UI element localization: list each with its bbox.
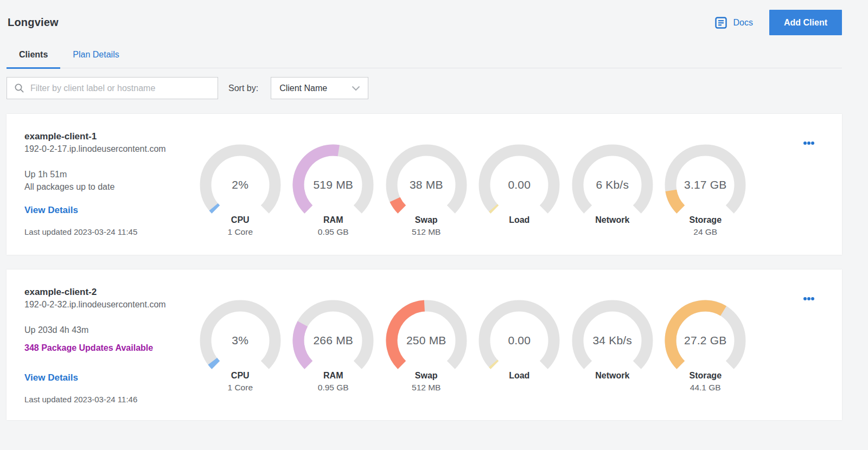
gauge-sublabel: 0.95 GB: [318, 383, 349, 393]
search-icon: [7, 83, 29, 93]
gauge-value: 2%: [200, 144, 281, 226]
client-card: example-client-1 192-0-2-17.ip.linodeuse…: [7, 114, 842, 255]
client-packages-status: All packages up to date: [24, 181, 194, 193]
search-input[interactable]: [29, 78, 218, 99]
gauge-ring: 0.00: [478, 300, 560, 381]
sort-select[interactable]: Client Name: [271, 77, 368, 99]
tab-bar: Clients Plan Details: [7, 50, 842, 68]
header-actions: Docs Add Client: [714, 10, 842, 35]
client-uptime: Up 1h 51m: [24, 168, 194, 181]
chevron-down-icon: [352, 86, 360, 91]
gauge-load: 0.00 Load: [473, 144, 566, 239]
search-box: [7, 77, 218, 99]
client-hostname: 192-0-2-32.ip.linodeusercontent.com: [24, 298, 194, 311]
client-name: example-client-1: [24, 130, 194, 143]
client-list: example-client-1 192-0-2-17.ip.linodeuse…: [7, 114, 842, 420]
gauge-load: 0.00 Load: [473, 300, 566, 404]
client-actions-menu-button[interactable]: [801, 139, 817, 147]
gauge-sublabel: 44.1 GB: [690, 383, 721, 393]
gauge-swap: 38 MB Swap 512 MB: [380, 144, 473, 239]
gauge-ring: 266 MB: [292, 300, 374, 381]
gauge-value: 3.17 GB: [665, 144, 746, 226]
client-packages-status: 348 Package Updates Available: [24, 342, 194, 354]
client-hostname: 192-0-2-17.ip.linodeusercontent.com: [24, 143, 194, 155]
gauge-ring: 250 MB: [386, 300, 467, 381]
sort-by-label: Sort by:: [228, 83, 258, 93]
gauge-value: 0.00: [478, 144, 560, 226]
client-actions-menu-button[interactable]: [801, 294, 817, 303]
gauge-storage: 3.17 GB Storage 24 GB: [659, 144, 752, 239]
gauge-value: 266 MB: [292, 300, 374, 381]
client-card: example-client-2 192-0-2-32.ip.linodeuse…: [7, 269, 842, 420]
gauges-row: 2% CPU 1 Core 519 MB RAM 0.95 GB 38 MB S…: [194, 114, 842, 239]
docs-link-label: Docs: [733, 18, 753, 28]
docs-link[interactable]: Docs: [714, 16, 753, 30]
ellipsis-icon: [803, 139, 815, 147]
gauge-storage: 27.2 GB Storage 44.1 GB: [659, 300, 752, 404]
page-header: Longview Docs Add Client: [7, 0, 842, 35]
gauge-sublabel: 24 GB: [693, 227, 717, 237]
tab-plan-details[interactable]: Plan Details: [60, 50, 131, 68]
longview-page: Longview Docs Add Client Clients Plan De…: [0, 0, 868, 420]
client-info: example-client-2 192-0-2-32.ip.linodeuse…: [7, 269, 194, 404]
client-uptime: Up 203d 4h 43m: [24, 324, 194, 336]
view-details-link[interactable]: View Details: [24, 205, 78, 216]
gauge-ram: 266 MB RAM 0.95 GB: [287, 300, 380, 404]
gauge-ring: 0.00: [478, 144, 560, 226]
gauge-sublabel: 0.95 GB: [318, 227, 349, 237]
gauge-network: 34 Kb/s Network: [566, 300, 659, 404]
gauge-cpu: 2% CPU 1 Core: [194, 144, 287, 239]
gauge-value: 27.2 GB: [665, 300, 746, 381]
gauge-sublabel: 512 MB: [412, 227, 441, 237]
gauge-ring: 3.17 GB: [665, 144, 746, 226]
gauge-sublabel: 512 MB: [412, 383, 441, 393]
gauge-ring: 6 Kb/s: [572, 144, 653, 226]
gauge-value: 6 Kb/s: [572, 144, 653, 226]
ellipsis-icon: [803, 294, 815, 303]
client-info: example-client-1 192-0-2-17.ip.linodeuse…: [7, 114, 194, 239]
gauge-sublabel: 1 Core: [227, 227, 253, 237]
gauge-ring: 519 MB: [292, 144, 374, 226]
gauge-ring: 27.2 GB: [665, 300, 746, 381]
filter-row: Sort by: Client Name: [7, 77, 842, 99]
gauge-ring: 34 Kb/s: [572, 300, 653, 381]
gauge-ring: 3%: [200, 300, 281, 381]
client-name: example-client-2: [24, 286, 194, 298]
client-last-updated: Last updated 2023-03-24 11:46: [24, 395, 194, 404]
gauge-network: 6 Kb/s Network: [566, 144, 659, 239]
view-details-link[interactable]: View Details: [24, 372, 78, 383]
gauge-value: 250 MB: [386, 300, 467, 381]
gauge-cpu: 3% CPU 1 Core: [194, 300, 287, 404]
add-client-button[interactable]: Add Client: [769, 10, 842, 35]
gauge-sublabel: 1 Core: [227, 383, 253, 393]
gauge-value: 3%: [200, 300, 281, 381]
gauge-ram: 519 MB RAM 0.95 GB: [287, 144, 380, 239]
page-title: Longview: [8, 16, 59, 29]
gauge-value: 38 MB: [386, 144, 467, 226]
gauge-ring: 38 MB: [386, 144, 467, 226]
docs-icon: [714, 16, 728, 30]
gauge-value: 519 MB: [292, 144, 374, 226]
gauge-value: 0.00: [478, 300, 560, 381]
client-last-updated: Last updated 2023-03-24 11:45: [24, 227, 194, 236]
sort-select-value: Client Name: [279, 83, 327, 93]
tab-clients[interactable]: Clients: [7, 50, 60, 68]
gauges-row: 3% CPU 1 Core 266 MB RAM 0.95 GB 250 MB …: [194, 269, 842, 404]
gauge-value: 34 Kb/s: [572, 300, 653, 381]
gauge-ring: 2%: [200, 144, 281, 226]
gauge-swap: 250 MB Swap 512 MB: [380, 300, 473, 404]
